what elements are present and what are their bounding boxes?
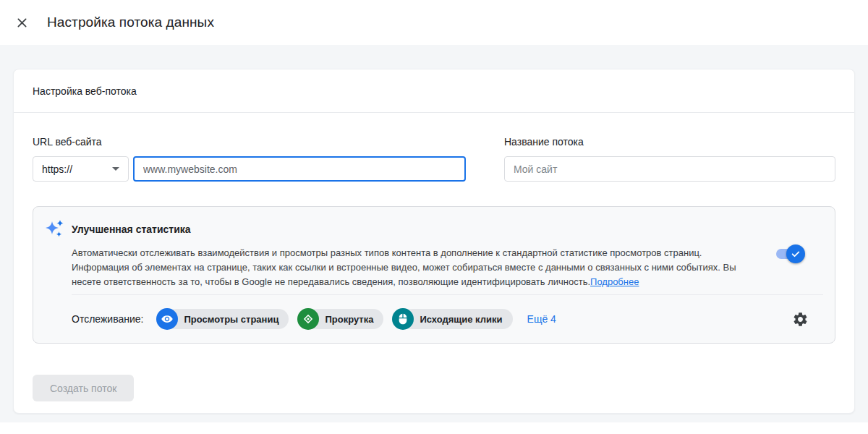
card-header: Настройка веб-потока <box>14 69 854 113</box>
stream-name-field-group: Название потока <box>504 136 835 182</box>
fields-row: URL веб-сайта https:// Название потока <box>33 136 835 182</box>
web-stream-card: Настройка веб-потока URL веб-сайта https… <box>13 69 855 414</box>
chevron-down-icon <box>112 167 119 171</box>
enhanced-measurement-toggle[interactable] <box>776 244 805 263</box>
more-measurements-link[interactable]: Ещё 4 <box>527 313 556 325</box>
tracking-label: Отслеживание: <box>72 313 143 325</box>
toggle-thumb-checked <box>786 244 805 263</box>
dialog-header: Настройка потока данных <box>0 0 868 45</box>
chip-label: Прокрутка <box>307 309 383 329</box>
gear-icon[interactable] <box>792 311 809 328</box>
enhanced-measurement-panel: Улучшенная статистика Автоматически отсл… <box>33 206 835 344</box>
page-background: Настройка веб-потока URL веб-сайта https… <box>0 45 868 422</box>
page-title: Настройка потока данных <box>47 14 214 30</box>
chip-label: Исходящие клики <box>402 309 512 329</box>
stream-name-label: Название потока <box>504 136 835 148</box>
chip-label: Просмотры страниц <box>166 309 289 329</box>
stream-name-input[interactable] <box>504 156 835 182</box>
chip-scroll: Прокрутка <box>297 308 383 330</box>
chip-page-views: Просмотры страниц <box>156 308 289 330</box>
create-stream-button[interactable]: Создать поток <box>33 375 134 401</box>
learn-more-link[interactable]: Подробнее <box>590 276 639 287</box>
enhanced-title: Улучшенная статистика <box>72 224 191 235</box>
enhanced-header: Улучшенная статистика <box>45 218 823 240</box>
enhanced-description: Автоматически отслеживать взаимодействия… <box>72 246 760 289</box>
chip-outbound-clicks: Исходящие клики <box>392 308 512 330</box>
tracking-row: Отслеживание: Просмотры страниц Прокрутк… <box>72 295 823 343</box>
sparkle-icon <box>45 218 67 240</box>
section-title: Настройка веб-потока <box>33 85 137 97</box>
close-icon[interactable] <box>12 13 31 32</box>
url-field-label: URL веб-сайта <box>33 136 466 148</box>
protocol-select[interactable]: https:// <box>33 156 129 182</box>
url-field-group: URL веб-сайта https:// <box>33 136 466 182</box>
url-input[interactable] <box>133 156 466 182</box>
protocol-value: https:// <box>42 163 72 175</box>
